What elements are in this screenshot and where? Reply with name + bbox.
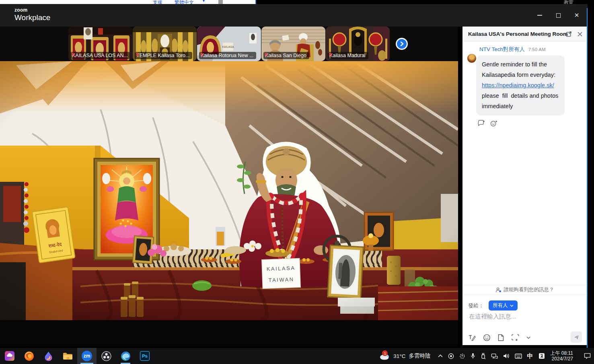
support-link[interactable]: 支援 (153, 0, 162, 4)
taskbar-photoshop[interactable]: Ps (135, 348, 154, 364)
visibility-hint-text: 誰能夠看到您的訊息？ (504, 286, 554, 293)
obs-icon (101, 351, 111, 361)
taskbar-adobe-cc[interactable] (0, 348, 19, 364)
participant-label: Kailasa Madurai (328, 52, 368, 59)
edge-icon (121, 351, 131, 361)
avatar (467, 54, 476, 63)
muted-mic-icon (70, 52, 76, 57)
svg-text:KAILASA: KAILASA (222, 45, 234, 48)
window-titlebar: zoom Workplace ✕ (0, 4, 588, 27)
thumbnail-kailasa-madurai[interactable]: Kailasa Madurai (326, 27, 390, 61)
close-icon: ✕ (574, 12, 580, 19)
taskbar-firefox[interactable] (19, 348, 39, 364)
folder-icon (63, 352, 73, 360)
chat-panel: Kailasa USA's Personal Meeting Room NTV … (462, 27, 587, 345)
weather-desc: 多雲時陰 (409, 352, 431, 360)
audience-chevron-icon (510, 304, 514, 307)
tray-expand-icon[interactable] (438, 354, 443, 358)
background-scrollbar-thumb[interactable] (218, 0, 223, 4)
minimize-icon (537, 15, 542, 16)
message-sender-row: NTV Tech對所有人 7:50 AM (479, 46, 545, 53)
popout-icon[interactable] (566, 31, 572, 37)
participant-label: KAILASA USA LOS AN... (70, 52, 130, 59)
clock-date: 2024/7/27 (551, 356, 573, 362)
window-border (587, 8, 588, 350)
send-to-label: 發給： (468, 302, 484, 309)
thumbnail-kailasa-rotorua[interactable]: KAILASA Kailasa Rotorua New ... (197, 27, 261, 61)
close-window-button[interactable]: ✕ (567, 4, 586, 27)
taskbar-file-explorer[interactable] (58, 348, 77, 364)
volume-icon[interactable] (503, 353, 510, 359)
taskbar-zoom-app[interactable]: zm (77, 348, 97, 364)
photoshop-icon: Ps (140, 351, 150, 361)
attach-file-icon[interactable] (497, 334, 504, 341)
background-window-edge (255, 0, 256, 4)
chat-message-bubble: Gentle reminder to fill the Kailasapedia… (476, 56, 565, 115)
mic-icon[interactable] (471, 353, 475, 359)
network-icon[interactable] (491, 353, 498, 359)
usb-icon[interactable] (481, 353, 486, 359)
participant-label: Kailasa Rotorua New ... (199, 52, 256, 59)
thumbnail-kailasa-san-diego[interactable]: Kailasa San Diego (261, 27, 325, 61)
thumbnail-temple-kailasa-toronto[interactable]: TEMPLE Kailasa Toro... (133, 27, 197, 61)
message-line: immediately (482, 101, 559, 111)
send-button[interactable] (571, 331, 582, 343)
maximize-button[interactable] (549, 4, 567, 27)
muted-mic-icon (263, 52, 269, 57)
message-input[interactable]: 在這裡輸入訊息... (469, 313, 516, 321)
taskbar-clock[interactable]: 上午 08:11 2024/7/27 (551, 350, 573, 362)
close-chat-icon[interactable] (577, 31, 583, 37)
taskbar-weather[interactable]: 1 31°C 多雲時陰 (379, 352, 430, 360)
taskbar-paint-app[interactable] (39, 348, 58, 364)
record-icon[interactable] (448, 353, 454, 359)
clock-time: 上午 08:11 (551, 350, 573, 356)
reply-icon[interactable] (478, 120, 485, 127)
maximize-icon (556, 13, 561, 18)
visibility-hint-row[interactable]: 誰能夠看到您的訊息？ (462, 285, 587, 295)
message-line: please fill details and photos (482, 90, 559, 101)
language-selector[interactable]: 繁體中文 (175, 0, 194, 4)
minimize-button[interactable] (530, 4, 549, 27)
windows-taskbar: zm Ps 1 31°C 多雲時陰 (0, 348, 594, 364)
more-chevron-icon[interactable] (526, 336, 530, 339)
weather-temp: 31°C (393, 353, 405, 359)
emoji-icon[interactable] (483, 334, 491, 341)
zoom-workplace-logo: zoom Workplace (14, 8, 50, 21)
muted-mic-icon (328, 52, 333, 57)
background-browser-strip: 支援 繁體中文 ▼ (0, 0, 256, 4)
notification-center-button[interactable] (580, 348, 594, 364)
visibility-person-icon (495, 287, 502, 293)
audience-selector[interactable]: 所有人 (489, 300, 518, 311)
next-thumbnails-icon (399, 41, 404, 46)
thumbnail-kailasa-usa-la[interactable]: KAILASA USA LOS AN... (68, 27, 132, 61)
screenshot-icon[interactable] (511, 334, 520, 341)
participant-label: Kailasa San Diego (263, 52, 309, 59)
keyboard-icon[interactable] (515, 354, 522, 359)
chat-title: Kailasa USA's Personal Meeting Room (468, 31, 568, 37)
format-text-icon[interactable] (468, 334, 476, 341)
muted-mic-icon (199, 52, 204, 57)
participant-label: TEMPLE Kailasa Toro... (135, 52, 192, 59)
temple-altar-scene: शब्द-वेद Shabd-Ved (0, 61, 458, 320)
taskbar-microsoft-edge[interactable] (116, 348, 135, 364)
notification-icon (584, 353, 591, 359)
kailasapedia-link[interactable]: https://npediaimg.koogle.sk/ (482, 80, 559, 90)
ime-mode-icon[interactable] (539, 353, 545, 359)
taskbar-obs-studio[interactable] (97, 348, 116, 364)
gallery-filmstrip: KAILASA USA LOS AN... (0, 27, 458, 61)
message-line: Kailasapedia form everyday: (482, 70, 559, 80)
add-reaction-icon[interactable] (490, 120, 498, 127)
message-sender: NTV Tech對所有人 (479, 46, 525, 52)
message-time: 7:50 AM (528, 47, 546, 52)
muted-mic-icon (135, 52, 140, 57)
zoom-app-icon: zm (82, 351, 92, 361)
lang-dropdown-arrow: ▼ (202, 0, 206, 3)
ime-language-indicator[interactable]: 中 (527, 352, 533, 360)
paint-drop-icon (44, 351, 53, 361)
next-page-button[interactable] (396, 38, 408, 50)
cast-icon[interactable] (459, 353, 465, 359)
chat-header: Kailasa USA's Personal Meeting Room (462, 27, 587, 41)
send-icon (573, 334, 580, 340)
active-speaker-video[interactable]: शब्द-वेद Shabd-Ved (0, 61, 458, 320)
adobe-cc-icon (5, 351, 14, 361)
